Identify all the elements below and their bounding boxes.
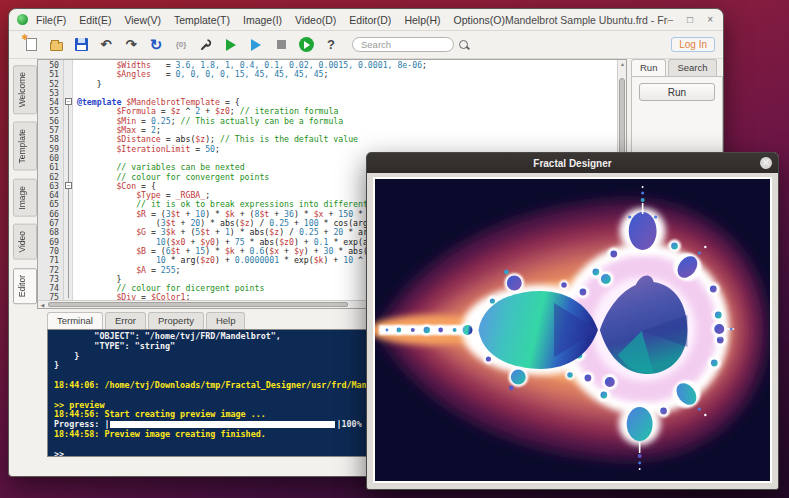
fold-margin: –– (64, 60, 73, 308)
maximize-button[interactable]: □ (687, 14, 693, 25)
bottom-panel-tabs: TerminalErrorPropertyHelp (47, 312, 245, 329)
sidebar-tab-image[interactable]: Image (13, 179, 37, 217)
fractal-window-title: Fractal Designer (533, 158, 611, 169)
close-button[interactable]: × (707, 14, 713, 25)
search-icon[interactable] (458, 39, 470, 51)
menu-editor[interactable]: Editor(D) (349, 14, 391, 26)
menu-template[interactable]: Template(T) (174, 14, 230, 26)
undo-button[interactable]: ↶ (98, 37, 114, 53)
scroll-up-arrow[interactable]: ▲ (618, 61, 627, 67)
variables-button[interactable]: {0} (173, 37, 189, 53)
green-play-icon (226, 39, 236, 51)
close-icon[interactable]: ✕ (760, 157, 772, 169)
menu-video[interactable]: Video(D) (295, 14, 336, 26)
help-button[interactable]: ? (323, 37, 339, 53)
menu-image[interactable]: Image(I) (243, 14, 282, 26)
app-icon (17, 14, 28, 25)
menu-edit[interactable]: Edit(E) (79, 14, 111, 26)
blue-play-icon (251, 39, 261, 51)
window-controls: –□× (668, 14, 713, 25)
wrench-button[interactable] (198, 37, 214, 53)
right-panel-tabs: RunSearch (631, 59, 723, 76)
tab-help[interactable]: Help (206, 312, 246, 329)
run-template-button[interactable] (223, 37, 239, 53)
run-preview-button[interactable] (248, 37, 264, 53)
menu-help[interactable]: Help(H) (404, 14, 440, 26)
wrench-icon (200, 38, 213, 51)
fractal-window-titlebar[interactable]: Fractal Designer ✕ (367, 153, 778, 173)
line-number-gutter: 5051525354555657585960616263646566676869… (38, 60, 64, 308)
open-button[interactable] (48, 37, 64, 53)
menu-options[interactable]: Options(O) (454, 14, 505, 26)
sidebar-tab-video[interactable]: Video (13, 224, 37, 260)
fold-collapse-box[interactable]: – (65, 182, 72, 189)
search-input[interactable] (352, 37, 454, 52)
refresh-button[interactable]: ↻ (148, 37, 164, 53)
run-all-button[interactable] (298, 37, 314, 53)
save-icon (75, 38, 88, 51)
fractal-image (373, 177, 772, 483)
sidebar-tab-template[interactable]: Template (13, 122, 37, 171)
window-title: Mandelbrot Sample Ubuntu.frd - Fractal D… (505, 14, 668, 26)
redo-button[interactable]: ↷ (123, 37, 139, 53)
toolbar: ↶ ↷ ↻ {0} ? Log In (9, 31, 723, 59)
titlebar: File(F)Edit(E)View(V)Template(T)Image(I)… (9, 9, 723, 31)
scroll-left-arrow[interactable]: ◀ (38, 301, 47, 309)
save-button[interactable] (73, 37, 89, 53)
menubar: File(F)Edit(E)View(V)Template(T)Image(I)… (36, 14, 505, 26)
code-line: $Angles = 0, 0, 0, 0, 15, 45, 45, 45, 45… (77, 70, 626, 79)
tab-property[interactable]: Property (148, 312, 204, 329)
run-circle-icon (299, 37, 314, 52)
tab-search[interactable]: Search (668, 59, 716, 76)
fold-collapse-box[interactable]: – (65, 98, 72, 105)
hscroll-thumb[interactable] (48, 302, 348, 307)
desktop: { "window": { "titlebar": { "title": "Ma… (0, 0, 789, 498)
fractal-preview-window: Fractal Designer ✕ (366, 152, 779, 490)
tab-error[interactable]: Error (105, 312, 146, 329)
tab-run[interactable]: Run (631, 59, 666, 76)
new-file-icon (26, 38, 37, 51)
sidebar-tabs: WelcomeTemplateImageVideoEditor (13, 65, 37, 304)
stop-icon (277, 40, 286, 49)
minimize-button[interactable]: – (668, 14, 674, 25)
sidebar-tab-editor[interactable]: Editor (13, 268, 37, 304)
login-button[interactable]: Log In (671, 37, 715, 52)
run-button[interactable]: Run (639, 83, 715, 101)
open-folder-icon (50, 42, 63, 51)
sidebar-tab-welcome[interactable]: Welcome (13, 65, 37, 114)
stop-button[interactable] (273, 37, 289, 53)
menu-file[interactable]: File(F) (36, 14, 66, 26)
fold-guide-line (68, 103, 69, 298)
mandelbrot-rendering (375, 179, 770, 481)
menu-view[interactable]: View(V) (124, 14, 161, 26)
tab-terminal[interactable]: Terminal (47, 312, 103, 329)
code-line: } (77, 80, 626, 89)
progress-bar (110, 421, 335, 428)
new-file-button[interactable] (23, 37, 39, 53)
